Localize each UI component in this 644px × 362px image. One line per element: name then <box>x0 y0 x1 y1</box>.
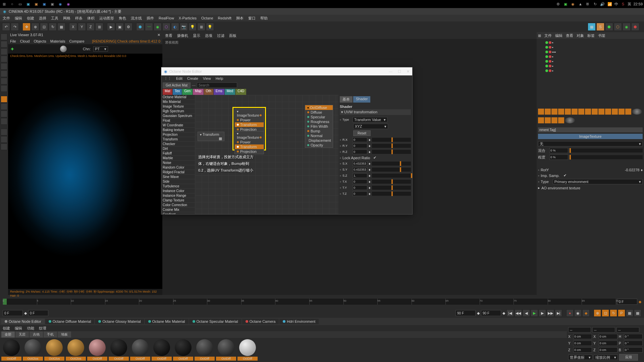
keyframe-icon[interactable]: ◆ <box>24 311 27 315</box>
side-btn[interactable] <box>1 85 7 92</box>
spline-button[interactable]: 〰 <box>145 23 153 31</box>
node-type-item[interactable]: Gaussian Spectrum <box>161 114 195 118</box>
ry-input[interactable] <box>353 143 367 148</box>
ty-slider[interactable] <box>372 186 411 190</box>
material-item[interactable]: OctDiff <box>216 339 236 362</box>
ne-menu-item[interactable]: View <box>203 76 211 80</box>
menu-item[interactable]: 流水线 <box>131 16 142 21</box>
rp-tab[interactable]: 编辑 <box>555 33 562 38</box>
node-type-item[interactable]: W Coordinate <box>161 123 195 128</box>
side-btn[interactable] <box>1 136 7 143</box>
tray-icon[interactable]: ▲ <box>578 1 583 7</box>
tray-icon[interactable]: S <box>620 1 626 7</box>
env-type-dropdown[interactable]: Primary environment▾ <box>553 179 643 184</box>
lv-menu-item[interactable]: Cloud <box>20 39 30 43</box>
object-mode[interactable] <box>1 41 7 48</box>
node-type-item[interactable]: Color Correction <box>161 203 195 207</box>
node-type-item[interactable]: Mix Material <box>161 100 195 104</box>
environment-button[interactable]: ◐ <box>171 23 179 31</box>
undo-button[interactable]: ↶ <box>2 23 10 31</box>
camera-button[interactable]: 📷 <box>180 23 188 31</box>
b-input[interactable] <box>624 347 643 353</box>
ne-category-tab[interactable]: C4D <box>235 89 246 95</box>
vp-menu-item[interactable]: 显示 <box>193 33 200 38</box>
node-type-item[interactable]: Float <box>161 118 195 123</box>
material-item[interactable]: OctDiff <box>109 339 129 362</box>
sz-slider[interactable] <box>372 174 411 178</box>
render-region-button[interactable]: ▣ <box>116 23 124 31</box>
material-item[interactable]: OctDiff <box>173 339 193 362</box>
generator-button[interactable]: ◉ <box>154 23 162 31</box>
tray-icon[interactable]: ▣ <box>563 1 568 7</box>
current-frame-input[interactable] <box>617 299 637 305</box>
model-mode[interactable] <box>1 34 7 40</box>
transform-node[interactable]: ▾ Transform ▦ <box>198 132 224 141</box>
menu-item[interactable]: 角色 <box>119 16 126 21</box>
ne-category-tab[interactable]: Tex <box>173 89 182 95</box>
node-type-item[interactable]: Side <box>161 179 195 184</box>
sx-input[interactable] <box>599 334 618 339</box>
tl-option[interactable]: ↻ <box>610 309 617 317</box>
octane-button[interactable]: ⬢ <box>605 23 613 31</box>
menu-item[interactable]: 工具 <box>51 16 58 21</box>
ne-category-tab[interactable]: Med <box>225 89 235 95</box>
layout-tab[interactable]: Octane Specular Material <box>189 319 241 324</box>
layout-tab[interactable]: Octane Mix Material <box>145 319 189 324</box>
material-item[interactable]: OctDiff <box>237 339 258 362</box>
node-type-item[interactable]: Gradient <box>161 212 195 214</box>
side-btn[interactable] <box>1 111 7 117</box>
side-btn[interactable] <box>1 103 7 110</box>
menu-item[interactable]: X-Particles <box>179 16 197 20</box>
app-icon[interactable]: ◉ <box>58 1 63 7</box>
ne-titlebar[interactable]: ◉ Octane Node Editor — ☐ ✕ <box>161 67 412 75</box>
node-type-item[interactable]: Falloff <box>161 151 195 156</box>
xyz-dropdown[interactable]: XYZ▾ <box>353 124 388 129</box>
rp-tab[interactable]: 对象 <box>577 33 584 38</box>
render-button[interactable]: ▶ <box>107 23 115 31</box>
side-btn[interactable] <box>1 129 7 135</box>
scale-mode-dropdown[interactable]: 缩放比例▾ <box>594 355 618 360</box>
node-type-item[interactable]: Marble <box>161 156 195 161</box>
tl-option[interactable]: ▦ <box>626 309 633 317</box>
layout-tab[interactable]: Octane Node Editor <box>1 319 45 324</box>
octane-button[interactable]: ◉ <box>623 23 631 31</box>
material-layer-tab[interactable]: 手机 <box>44 331 57 338</box>
app-icon[interactable]: ▣ <box>42 1 47 7</box>
sx-slider[interactable] <box>372 162 411 166</box>
material-item[interactable]: OctGlos <box>23 339 43 362</box>
record-button[interactable]: ● <box>566 309 574 317</box>
node-type-item[interactable]: Image Texture <box>161 104 195 109</box>
node-type-item[interactable]: Ridged Fractal <box>161 170 195 175</box>
node-type-item[interactable]: Octane Material <box>161 95 195 100</box>
ime-indicator[interactable]: 英 <box>628 2 631 7</box>
tool-btn[interactable]: ⊞ <box>197 23 205 31</box>
menu-item[interactable]: 样条 <box>75 16 83 21</box>
app-icon[interactable]: ▣ <box>25 1 31 7</box>
blend-dropdown[interactable]: 无▾ <box>538 141 643 146</box>
rp-tab[interactable]: 查看 <box>566 33 573 38</box>
type-dropdown[interactable]: Transform Value▾ <box>353 117 387 122</box>
node-type-item[interactable]: Cosine Mix <box>161 207 195 212</box>
tool-btn[interactable]: ▦ <box>57 23 65 31</box>
material-layer-tab[interactable]: 全部 <box>1 331 15 338</box>
goto-start-button[interactable]: |◀ <box>506 309 514 317</box>
gamma-input[interactable] <box>549 148 568 153</box>
keyframe-icon[interactable]: ◆ <box>639 300 641 304</box>
texture-tags[interactable] <box>537 106 644 126</box>
close-icon[interactable]: ✕ <box>157 33 160 38</box>
ne-grip-icon[interactable]: ⋮⋮ <box>164 76 171 81</box>
node-type-item[interactable]: Turbulence <box>161 184 195 189</box>
node-type-item[interactable]: Rgb Spectrum <box>161 109 195 114</box>
imagetexture-node[interactable]: ▾ ImageTexture Power Transform Projectio… <box>234 109 264 132</box>
rp-tab[interactable]: 书签 <box>598 33 605 38</box>
object-hierarchy[interactable]: ▪ ▪ ▪▪▪ ▪ ▪ ▪ ▪ <box>537 39 644 106</box>
next-key-button[interactable]: ▶▶ <box>547 309 554 317</box>
node-type-list[interactable]: Octane MaterialMix MaterialImage Texture… <box>161 95 195 214</box>
tx-input[interactable] <box>353 179 367 184</box>
lv-menu-item[interactable]: Objects <box>34 39 46 43</box>
vp-menu-item[interactable]: 摄像机 <box>177 33 188 38</box>
rotate-tool[interactable]: ↻ <box>49 23 57 31</box>
prev-key-button[interactable]: ◀◀ <box>515 309 522 317</box>
y-axis-toggle[interactable]: Y <box>78 23 86 31</box>
octane-button[interactable]: ⬢ <box>631 23 639 31</box>
